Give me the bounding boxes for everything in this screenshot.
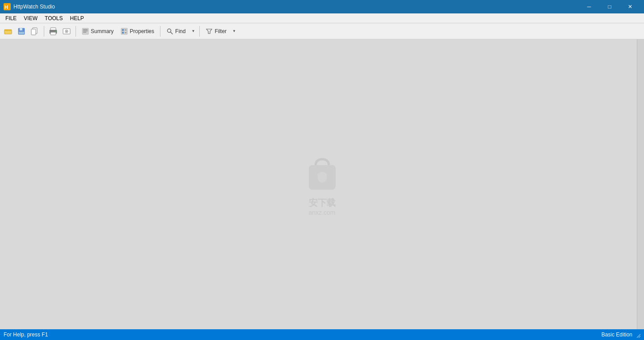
main-content: 安下载 anxz.com xyxy=(0,39,644,329)
filter-dropdown-button[interactable]: ▼ xyxy=(231,25,238,38)
svg-line-27 xyxy=(171,32,173,34)
svg-text:H: H xyxy=(4,4,8,10)
filter-label: Filter xyxy=(215,28,227,34)
folder-open-icon xyxy=(4,27,12,35)
filter-button[interactable]: Filter xyxy=(202,25,230,38)
scrollbar[interactable] xyxy=(637,39,644,329)
separator-3 xyxy=(160,26,160,37)
status-right: Basic Edition xyxy=(602,332,640,338)
find-button[interactable]: Find xyxy=(163,25,189,38)
svg-rect-23 xyxy=(122,32,124,34)
find-dropdown-button[interactable]: ▼ xyxy=(189,25,197,38)
window-controls: ─ □ ✕ xyxy=(579,0,640,13)
screenshot-button[interactable] xyxy=(60,25,73,38)
menu-file[interactable]: FILE xyxy=(2,13,20,23)
separator-2 xyxy=(76,26,76,37)
svg-line-30 xyxy=(637,334,640,338)
summary-icon xyxy=(82,28,89,35)
watermark-text: 安下载 xyxy=(309,198,336,208)
svg-rect-6 xyxy=(20,28,22,30)
menu-help[interactable]: HELP xyxy=(66,13,87,23)
minimize-button[interactable]: ─ xyxy=(579,0,599,13)
summary-label: Summary xyxy=(91,28,114,34)
svg-point-16 xyxy=(66,30,67,32)
svg-marker-28 xyxy=(206,29,212,34)
svg-rect-4 xyxy=(4,30,12,34)
find-dropdown-arrow: ▼ xyxy=(191,29,195,33)
save-icon xyxy=(17,27,25,35)
print-button[interactable] xyxy=(47,25,59,38)
title-bar: H HttpWatch Studio ─ □ ✕ xyxy=(0,0,644,13)
find-icon xyxy=(166,28,173,35)
menu-tools[interactable]: TOOLS xyxy=(41,13,66,23)
watermark-subtext: anxz.com xyxy=(309,209,336,216)
print-icon xyxy=(49,27,57,35)
watermark: 安下载 anxz.com xyxy=(302,153,342,216)
edition-label: Basic Edition xyxy=(602,332,632,338)
svg-rect-12 xyxy=(51,32,56,35)
title-bar-left: H HttpWatch Studio xyxy=(4,3,55,10)
window-title: HttpWatch Studio xyxy=(13,4,55,10)
status-bar: For Help, press F1 Basic Edition xyxy=(0,329,644,340)
find-label: Find xyxy=(175,28,185,34)
toolbar: Summary Properties Find ▼ xyxy=(0,23,644,39)
properties-label: Properties xyxy=(130,28,154,34)
svg-rect-9 xyxy=(31,29,36,35)
properties-button[interactable]: Properties xyxy=(118,25,157,38)
svg-line-31 xyxy=(639,336,640,338)
screenshot-icon xyxy=(63,27,71,35)
filter-dropdown-arrow: ▼ xyxy=(232,29,236,33)
open-button[interactable] xyxy=(2,25,14,38)
svg-rect-7 xyxy=(19,32,24,34)
maximize-button[interactable]: □ xyxy=(599,0,620,13)
svg-rect-22 xyxy=(122,29,124,31)
watermark-icon xyxy=(302,153,342,195)
close-button[interactable]: ✕ xyxy=(620,0,640,13)
copy-icon xyxy=(31,27,39,35)
resize-icon xyxy=(634,332,640,338)
help-text: For Help, press F1 xyxy=(4,332,48,338)
separator-4 xyxy=(199,26,200,37)
app-icon: H xyxy=(4,3,11,10)
svg-rect-13 xyxy=(55,31,56,32)
properties-icon xyxy=(121,28,128,35)
svg-rect-17 xyxy=(82,28,88,34)
menu-view[interactable]: VIEW xyxy=(20,13,41,23)
save-button[interactable] xyxy=(15,25,28,38)
menu-bar: FILE VIEW TOOLS HELP xyxy=(0,13,644,23)
separator-1 xyxy=(44,26,44,37)
filter-icon xyxy=(206,28,213,35)
copy-button[interactable] xyxy=(29,25,41,38)
summary-button[interactable]: Summary xyxy=(79,25,117,38)
